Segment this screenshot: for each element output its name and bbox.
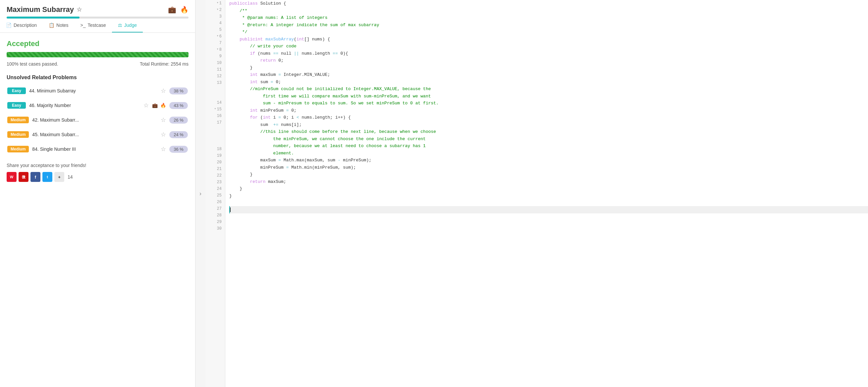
briefcase-icon[interactable]: 💼 <box>168 6 176 13</box>
difficulty-badge-easy: Easy <box>7 87 26 94</box>
tab-judge[interactable]: ⚖ Judge <box>112 19 143 32</box>
line-num-17d: · <box>206 139 225 146</box>
code-line-13c: sum - minPresum to equals to sum. So we … <box>229 100 868 107</box>
code-line-5: */ <box>229 29 868 36</box>
line-num-7: 7 <box>206 40 225 47</box>
star-icon[interactable]: ☆ <box>161 131 166 138</box>
line-num-3: 3 <box>206 13 225 20</box>
star-icon[interactable]: ☆ <box>161 87 166 94</box>
twitter-button[interactable]: t <box>42 172 52 182</box>
line-num-23: 23 <box>206 179 225 185</box>
code-line-27 <box>229 220 868 227</box>
pct-badge: 36 % <box>169 146 188 153</box>
code-line-20: } <box>229 171 868 178</box>
list-item: Medium 45. Maximum Subarr... ☆ 24 % <box>7 129 188 140</box>
line-num-9: 9 <box>206 53 225 60</box>
testcase-icon: >_ <box>81 23 86 28</box>
line-num-13c: · <box>206 93 225 99</box>
code-line-8: if (nums == null || nums.length == 0){ <box>229 50 868 57</box>
problem-title: Maximum Subarray ☆ <box>7 5 82 14</box>
weibo2-button[interactable]: 微 <box>19 172 29 182</box>
social-icons: W 微 f t + 14 <box>7 172 188 182</box>
judge-icon: ⚖ <box>118 23 122 28</box>
pct-badge: 43 % <box>169 102 188 109</box>
star-icon[interactable]: ☆ <box>76 6 82 13</box>
line-num-27: 27 <box>206 205 225 212</box>
code-line-15: for (int i = 0; i < nums.length; i++) { <box>229 114 868 121</box>
list-item: Medium 42. Maximum Subarr... ☆ 26 % <box>7 114 188 126</box>
code-line-13b: first time we will compare maxSum with s… <box>229 93 868 100</box>
total-runtime: Total Runtime: 2554 ms <box>140 61 188 67</box>
code-line-22: } <box>229 185 868 192</box>
problem-name[interactable]: 44. Minimum Subarray <box>29 88 157 93</box>
line-num-6: ▾6 <box>206 33 225 40</box>
line-num-12: 12 <box>206 73 225 80</box>
code-editor[interactable]: ▾1 ▾2 3 4 5 ▾6 7 ▾8 9 10 11 12 13 · · 14… <box>206 0 868 387</box>
star-icon[interactable]: ☆ <box>161 145 166 153</box>
social-count: 14 <box>68 174 73 180</box>
code-line-11: int maxSum = Integer.MIN_VALUE; <box>229 71 868 79</box>
line-num-1: ▾1 <box>206 0 225 7</box>
line-num-28: 28 <box>206 212 225 219</box>
tab-testcase-label: Testcase <box>88 23 106 28</box>
code-line-14: int minPreSum = 0; <box>229 107 868 114</box>
left-content: Accepted 100% test cases passed. Total R… <box>0 33 195 387</box>
code-line-21: return maxSum; <box>229 178 868 185</box>
star-icon[interactable]: ☆ <box>161 116 166 124</box>
tab-judge-label: Judge <box>124 23 137 28</box>
title-row: Maximum Subarray ☆ 💼 🔥 <box>7 5 188 14</box>
pct-badge: 38 % <box>169 87 188 94</box>
pct-badge: 26 % <box>169 117 188 124</box>
code-line-30 <box>229 240 868 246</box>
code-line-4: * @return: A integer indicate the sum of… <box>229 22 868 29</box>
difficulty-badge-medium: Medium <box>7 117 29 123</box>
code-content[interactable]: public class Solution { /** * @param num… <box>225 0 868 387</box>
briefcase-icon-small[interactable]: 💼 <box>152 103 158 108</box>
share-text: Share your acceptance to your friends! <box>7 163 188 168</box>
line-num-2: ▾2 <box>206 7 225 13</box>
star-icon[interactable]: ☆ <box>144 102 149 109</box>
left-header: Maximum Subarray ☆ 💼 🔥 <box>0 0 195 19</box>
list-item: Easy 44. Minimum Subarray ☆ 38 % <box>7 85 188 96</box>
list-item: Medium 84. Single Number III ☆ 36 % <box>7 144 188 155</box>
line-num-22: 22 <box>206 172 225 179</box>
description-icon: 📄 <box>6 23 11 28</box>
line-num-17: 17 <box>206 119 225 126</box>
tab-description-label: Description <box>13 23 37 28</box>
line-num-21: 21 <box>206 166 225 172</box>
problem-name[interactable]: 84. Single Number III <box>32 146 157 152</box>
weibo1-button[interactable]: W <box>7 172 17 182</box>
code-line-16: sum += nums[i]; <box>229 121 868 128</box>
tab-notes[interactable]: 📋 Notes <box>43 19 74 32</box>
code-line-17d: element. <box>229 150 868 157</box>
problem-name[interactable]: 46. Majority Number <box>29 103 140 108</box>
line-numbers: ▾1 ▾2 3 4 5 ▾6 7 ▾8 9 10 11 12 13 · · 14… <box>206 0 225 387</box>
tab-testcase[interactable]: >_ Testcase <box>74 19 112 32</box>
code-line-3: * @param nums: A list of integers <box>229 14 868 22</box>
line-num-13: 13 <box>206 80 225 86</box>
problem-name[interactable]: 45. Maximum Subarr... <box>32 132 157 137</box>
flame-icon[interactable]: 🔥 <box>180 6 188 13</box>
tab-description[interactable]: 📄 Description <box>0 19 43 32</box>
line-num-11: 11 <box>206 66 225 73</box>
facebook-button[interactable]: f <box>30 172 40 182</box>
flame-icon-small[interactable]: 🔥 <box>160 103 166 108</box>
problem-list: Easy 44. Minimum Subarray ☆ 38 % Easy 46… <box>7 85 188 155</box>
line-num-20: 20 <box>206 159 225 166</box>
title-text: Maximum Subarray <box>7 5 74 14</box>
left-panel: Maximum Subarray ☆ 💼 🔥 📄 Description 📋 N… <box>0 0 195 387</box>
code-line-23: } <box>229 192 868 200</box>
line-num-8: ▾8 <box>206 47 225 53</box>
panel-divider[interactable]: › <box>195 0 206 387</box>
plus-button[interactable]: + <box>54 172 64 182</box>
code-line-6: public int maxSubArray(int[] nums) { <box>229 36 868 43</box>
right-panel: ▾1 ▾2 3 4 5 ▾6 7 ▾8 9 10 11 12 13 · · 14… <box>206 0 868 387</box>
code-line-17b: the minPreSum, we cannot choose the one … <box>229 136 868 143</box>
stats-row: 100% test cases passed. Total Runtime: 2… <box>7 61 188 67</box>
code-line-24 <box>229 200 868 206</box>
line-num-26: 26 <box>206 199 225 205</box>
problem-icons: 💼 🔥 <box>152 103 166 108</box>
line-num-17b: · <box>206 126 225 132</box>
problem-name[interactable]: 42. Maximum Subarr... <box>32 117 157 123</box>
chevron-right-icon: › <box>199 190 202 197</box>
